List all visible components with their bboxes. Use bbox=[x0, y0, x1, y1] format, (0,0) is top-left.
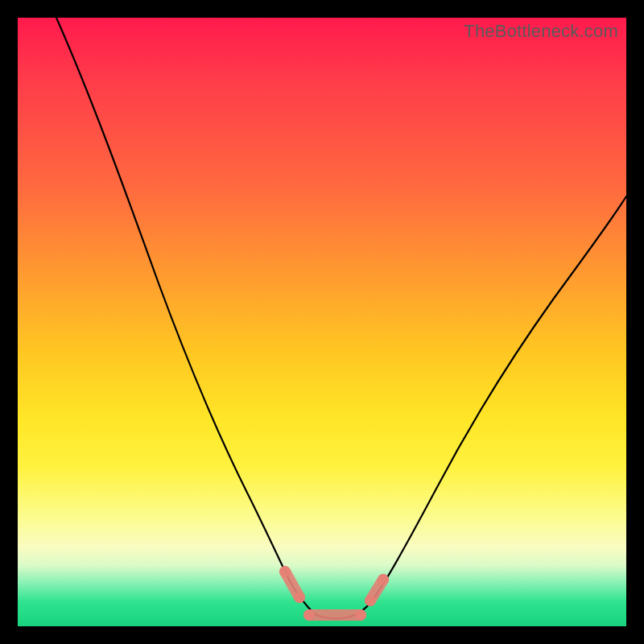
marker-dot bbox=[355, 609, 366, 621]
marker-dot bbox=[279, 566, 291, 577]
left-curve bbox=[56, 18, 314, 613]
marker-dot bbox=[294, 592, 305, 603]
curve-layer bbox=[18, 18, 626, 626]
plot-area: TheBottleneck.com bbox=[18, 18, 626, 626]
floor-markers bbox=[279, 566, 389, 621]
chart-frame: TheBottleneck.com bbox=[0, 0, 644, 644]
marker-dot bbox=[303, 609, 315, 621]
marker-dot bbox=[378, 574, 389, 585]
marker-dot bbox=[365, 595, 376, 606]
right-curve bbox=[370, 196, 626, 603]
